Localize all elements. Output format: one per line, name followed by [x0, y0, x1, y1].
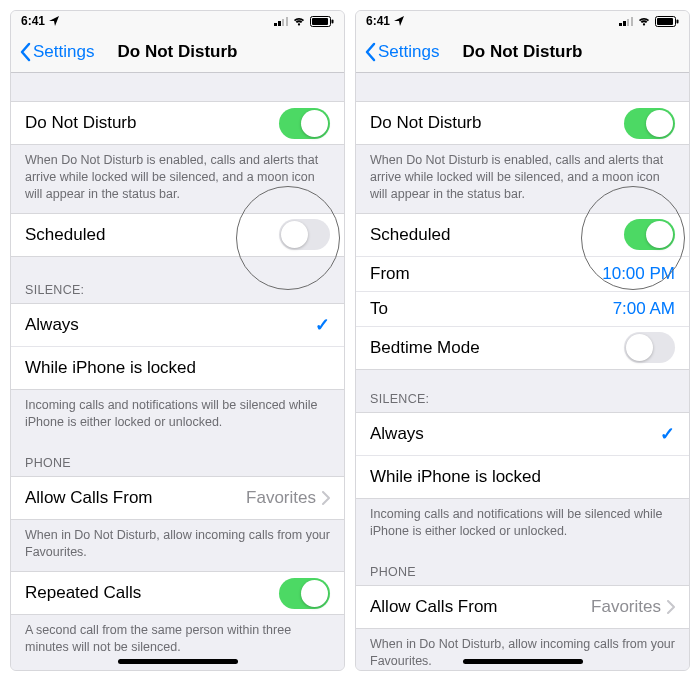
scheduled-toggle[interactable]	[279, 219, 330, 250]
allow-calls-value: Favorites	[591, 597, 675, 617]
signal-icon	[619, 16, 633, 26]
silence-locked-label: While iPhone is locked	[25, 358, 196, 378]
repeated-calls-label: Repeated Calls	[25, 583, 141, 603]
battery-icon	[655, 16, 679, 27]
svg-rect-5	[677, 19, 679, 23]
back-button[interactable]: Settings	[364, 42, 439, 62]
scheduled-from-value: 10:00 PM	[602, 264, 675, 284]
allow-calls-value: Favorites	[246, 488, 330, 508]
driving-header: DO NOT DISTURB WHILE DRIVING	[11, 666, 344, 670]
chevron-left-icon	[19, 42, 31, 62]
back-button[interactable]: Settings	[19, 42, 94, 62]
allow-calls-row[interactable]: Allow Calls From Favorites	[11, 476, 344, 520]
checkmark-icon: ✓	[660, 423, 675, 445]
allow-calls-label: Allow Calls From	[370, 597, 498, 617]
svg-rect-4	[657, 18, 673, 25]
scheduled-label: Scheduled	[370, 225, 450, 245]
silence-locked-row[interactable]: While iPhone is locked	[11, 346, 344, 390]
checkmark-icon: ✓	[315, 314, 330, 336]
repeated-calls-toggle[interactable]	[279, 578, 330, 609]
scheduled-to-value: 7:00 AM	[613, 299, 675, 319]
chevron-left-icon	[364, 42, 376, 62]
scheduled-to-row[interactable]: To 7:00 AM	[356, 291, 689, 327]
battery-icon	[310, 16, 334, 27]
phone-screenshot-scheduled-off: 6:41 Settings Do Not Disturb Do Not Dist…	[10, 10, 345, 671]
scheduled-row[interactable]: Scheduled	[356, 213, 689, 257]
phone-screenshot-scheduled-on: 6:41 Settings Do Not Disturb Do Not Dist…	[355, 10, 690, 671]
status-bar: 6:41	[356, 11, 689, 31]
location-icon	[394, 16, 404, 26]
home-indicator[interactable]	[118, 659, 238, 664]
scheduled-to-label: To	[370, 299, 388, 319]
chevron-right-icon	[667, 600, 675, 614]
dnd-row[interactable]: Do Not Disturb	[356, 101, 689, 145]
dnd-toggle[interactable]	[279, 108, 330, 139]
dnd-footer: When Do Not Disturb is enabled, calls an…	[11, 145, 344, 213]
bedtime-row[interactable]: Bedtime Mode	[356, 326, 689, 370]
status-time: 6:41	[21, 14, 45, 28]
phone-header: PHONE	[356, 549, 689, 585]
phone-header: PHONE	[11, 440, 344, 476]
silence-always-label: Always	[25, 315, 79, 335]
bedtime-label: Bedtime Mode	[370, 338, 480, 358]
allow-calls-label: Allow Calls From	[25, 488, 153, 508]
back-label: Settings	[33, 42, 94, 62]
scheduled-toggle[interactable]	[624, 219, 675, 250]
silence-always-row[interactable]: Always ✓	[356, 412, 689, 456]
repeated-calls-row[interactable]: Repeated Calls	[11, 571, 344, 615]
dnd-toggle[interactable]	[624, 108, 675, 139]
silence-always-label: Always	[370, 424, 424, 444]
silence-locked-row[interactable]: While iPhone is locked	[356, 455, 689, 499]
scheduled-label: Scheduled	[25, 225, 105, 245]
allow-calls-row[interactable]: Allow Calls From Favorites	[356, 585, 689, 629]
silence-footer: Incoming calls and notifications will be…	[356, 499, 689, 550]
home-indicator[interactable]	[463, 659, 583, 664]
chevron-right-icon	[322, 491, 330, 505]
location-icon	[49, 16, 59, 26]
dnd-label: Do Not Disturb	[370, 113, 481, 133]
silence-always-row[interactable]: Always ✓	[11, 303, 344, 347]
wifi-icon	[292, 16, 306, 26]
dnd-row[interactable]: Do Not Disturb	[11, 101, 344, 145]
dnd-footer: When Do Not Disturb is enabled, calls an…	[356, 145, 689, 213]
allow-calls-footer: When in Do Not Disturb, allow incoming c…	[11, 520, 344, 571]
silence-header: SILENCE:	[356, 370, 689, 412]
dnd-label: Do Not Disturb	[25, 113, 136, 133]
back-label: Settings	[378, 42, 439, 62]
scheduled-from-label: From	[370, 264, 410, 284]
bedtime-toggle[interactable]	[624, 332, 675, 363]
status-bar: 6:41	[11, 11, 344, 31]
scheduled-row[interactable]: Scheduled	[11, 213, 344, 257]
status-time: 6:41	[366, 14, 390, 28]
svg-rect-1	[312, 18, 328, 25]
svg-rect-2	[332, 19, 334, 23]
scheduled-from-row[interactable]: From 10:00 PM	[356, 256, 689, 292]
nav-bar: Settings Do Not Disturb	[356, 31, 689, 73]
signal-icon	[274, 16, 288, 26]
wifi-icon	[637, 16, 651, 26]
silence-header: SILENCE:	[11, 257, 344, 303]
nav-bar: Settings Do Not Disturb	[11, 31, 344, 73]
silence-footer: Incoming calls and notifications will be…	[11, 390, 344, 441]
silence-locked-label: While iPhone is locked	[370, 467, 541, 487]
